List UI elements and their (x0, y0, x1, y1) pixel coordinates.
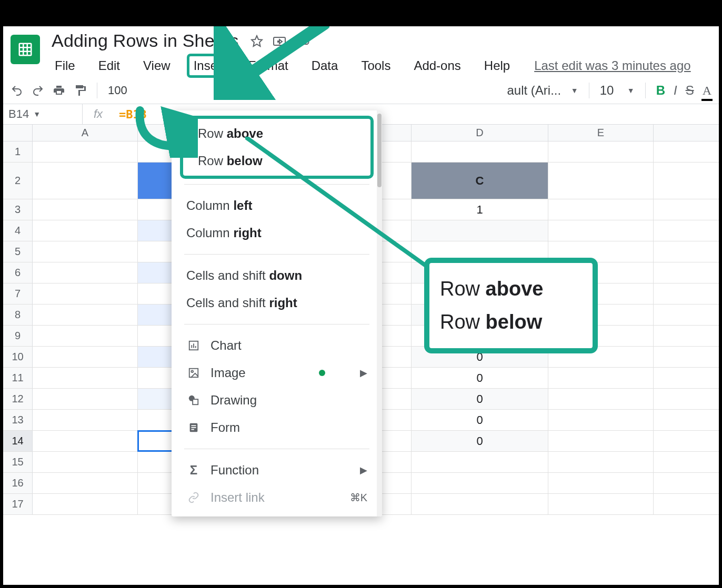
undo-icon[interactable] (11, 84, 23, 97)
font-size-select[interactable]: 10 ▼ (600, 83, 635, 98)
print-icon[interactable] (53, 84, 65, 97)
text-color-button[interactable]: A (703, 84, 711, 98)
menu-edit[interactable]: Edit (94, 56, 124, 75)
cell-d14[interactable]: 0 (412, 431, 548, 451)
col-head-e[interactable]: E (548, 125, 654, 141)
row-head[interactable]: 12 (3, 389, 33, 409)
menu-insert[interactable]: Insert (189, 56, 229, 75)
svg-point-12 (191, 370, 193, 372)
menu-format[interactable]: Format (244, 56, 293, 75)
menu-file[interactable]: File (51, 56, 79, 75)
menu-column-right[interactable]: Column right (172, 219, 382, 247)
menu-chart[interactable]: Chart (172, 332, 382, 359)
menu-image[interactable]: Image ▶ (172, 359, 382, 387)
row-head[interactable]: 13 (3, 410, 33, 430)
name-box[interactable]: B14▼ (3, 104, 82, 124)
cloud-icon[interactable] (296, 35, 312, 47)
annotation-row-options-highlight: Row above Row below (180, 116, 374, 179)
paint-format-icon[interactable] (74, 84, 86, 97)
menu-column-left[interactable]: Column left (172, 192, 382, 219)
drawing-icon (186, 393, 201, 408)
menu-drawing[interactable]: Drawing (172, 387, 382, 414)
row-head[interactable]: 2 (3, 163, 33, 199)
sheets-icon (17, 42, 33, 57)
form-icon (186, 420, 201, 435)
row-head[interactable]: 8 (3, 305, 33, 325)
svg-rect-16 (191, 425, 196, 426)
new-badge-icon (319, 370, 325, 376)
redo-icon[interactable] (32, 84, 44, 97)
menu-shift-right[interactable]: Cells and shift right (172, 289, 382, 317)
submenu-arrow-icon: ▶ (360, 464, 367, 476)
menu-help[interactable]: Help (480, 56, 514, 75)
menu-addons[interactable]: Add-ons (409, 56, 465, 75)
zoom-select[interactable]: 100 (108, 84, 127, 97)
link-icon (186, 490, 201, 505)
row-head[interactable]: 3 (3, 199, 33, 220)
row-head[interactable]: 6 (3, 262, 33, 283)
move-to-folder-icon[interactable] (273, 35, 286, 47)
row-head[interactable]: 9 (3, 326, 33, 346)
row-head[interactable]: 17 (3, 494, 33, 514)
fx-label: fx (82, 104, 114, 124)
sheets-logo[interactable] (11, 35, 40, 64)
svg-rect-18 (191, 429, 194, 430)
cell-d13[interactable]: 0 (412, 410, 548, 430)
row-head[interactable]: 16 (3, 473, 33, 493)
select-all-corner[interactable] (3, 125, 33, 141)
row-head[interactable]: 7 (3, 283, 33, 304)
dropdown-scrollbar[interactable] (377, 110, 382, 516)
cell-d3[interactable]: 1 (412, 199, 548, 220)
row-head[interactable]: 4 (3, 220, 33, 241)
svg-rect-11 (189, 369, 198, 378)
submenu-arrow-icon: ▶ (360, 367, 367, 379)
annotation-callout: Row above Row below (424, 258, 598, 353)
svg-rect-14 (193, 399, 198, 404)
insert-menu-dropdown: Row above Row below Column left Column r… (172, 110, 382, 516)
image-icon (186, 366, 201, 380)
menu-row-below[interactable]: Row below (183, 147, 370, 175)
menu-tools[interactable]: Tools (357, 56, 395, 75)
chart-icon (186, 338, 201, 353)
star-icon[interactable] (250, 35, 263, 47)
font-family-select[interactable]: ault (Ari... ▼ (507, 83, 578, 98)
svg-rect-0 (19, 44, 32, 56)
last-edit-link[interactable]: Last edit was 3 minutes ago (534, 58, 691, 73)
row-head[interactable]: 14 (3, 431, 33, 451)
cell-d11[interactable]: 0 (412, 368, 548, 388)
italic-button[interactable]: I (674, 83, 677, 98)
header-col-c[interactable]: C (412, 163, 548, 199)
menu-function[interactable]: Σ Function ▶ (172, 457, 382, 484)
doc-title[interactable]: Adding Rows in Sheets (49, 29, 241, 52)
row-head[interactable]: 5 (3, 241, 33, 262)
row-head[interactable]: 11 (3, 368, 33, 388)
menu-insert-link: Insert link ⌘K (172, 484, 382, 511)
menu-shift-down[interactable]: Cells and shift down (172, 262, 382, 289)
row-head[interactable]: 15 (3, 452, 33, 472)
col-head-a[interactable]: A (33, 125, 138, 141)
cell-d12[interactable]: 0 (412, 389, 548, 409)
menu-row-above[interactable]: Row above (183, 120, 370, 147)
col-head-d[interactable]: D (412, 125, 548, 141)
menu-data[interactable]: Data (307, 56, 343, 75)
menu-view[interactable]: View (139, 56, 175, 75)
svg-marker-5 (252, 36, 262, 46)
bold-button[interactable]: B (656, 83, 665, 98)
row-head[interactable]: 1 (3, 141, 33, 162)
sigma-icon: Σ (186, 463, 201, 478)
strikethrough-button[interactable]: S (686, 83, 694, 98)
svg-rect-17 (191, 427, 196, 428)
row-head[interactable]: 10 (3, 347, 33, 367)
menu-form[interactable]: Form (172, 414, 382, 441)
